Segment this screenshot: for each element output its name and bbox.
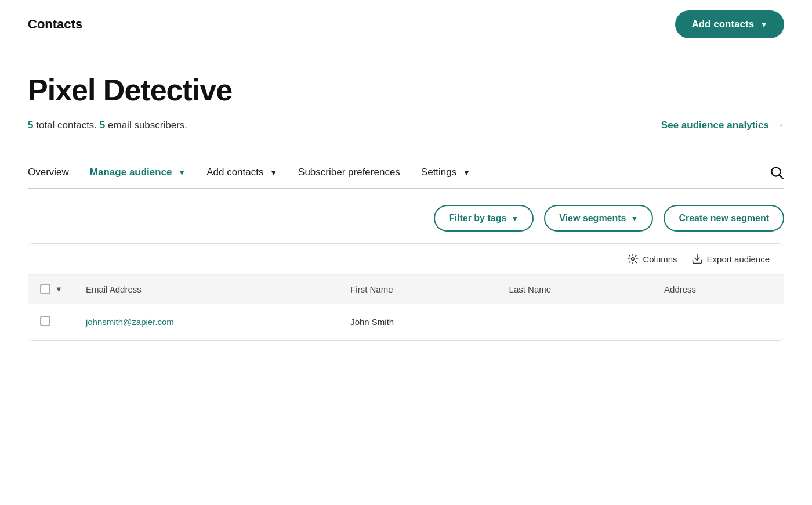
row-checkbox[interactable]	[40, 316, 50, 326]
chevron-down-icon: ▼	[511, 214, 519, 223]
contact-firstname: John Smith	[350, 317, 394, 327]
row-chevron-icon[interactable]: ▼	[55, 285, 63, 294]
col-firstname-label: First Name	[350, 284, 393, 294]
contact-email-link[interactable]: johnsmith@zapier.com	[86, 317, 174, 327]
top-header: Contacts Add contacts ▼	[0, 0, 812, 49]
view-segments-label: View segments	[559, 213, 626, 223]
row-email-cell: johnsmith@zapier.com	[74, 304, 339, 340]
tab-add-contacts[interactable]: Add contacts ▼	[206, 161, 293, 186]
view-segments-button[interactable]: View segments ▼	[544, 205, 653, 232]
export-label: Export audience	[707, 254, 770, 264]
main-content: Pixel Detective 5 total contacts. 5 emai…	[0, 49, 812, 341]
filter-tags-label: Filter by tags	[449, 213, 507, 223]
chevron-down-icon: ▼	[178, 168, 186, 177]
col-address-label: Address	[664, 284, 696, 294]
table-header-address: Address	[652, 275, 784, 304]
svg-line-1	[780, 175, 783, 179]
tab-settings-label: Settings	[421, 167, 456, 178]
row-lastname-cell	[498, 304, 653, 340]
audience-analytics-link[interactable]: See audience analytics →	[661, 119, 784, 131]
search-button[interactable]	[769, 159, 784, 188]
export-icon	[691, 253, 703, 265]
add-contacts-label: Add contacts	[691, 19, 754, 30]
analytics-label: See audience analytics	[661, 120, 769, 131]
chevron-down-icon: ▼	[760, 20, 768, 29]
select-all-checkbox[interactable]	[40, 284, 50, 294]
table-header-checkbox-col: ▼	[28, 275, 74, 304]
page-title: Contacts	[28, 17, 82, 32]
search-icon	[769, 165, 784, 180]
tab-overview-label: Overview	[28, 167, 69, 178]
create-segment-label: Create new segment	[679, 213, 769, 223]
filter-by-tags-button[interactable]: Filter by tags ▼	[434, 205, 534, 232]
columns-button[interactable]: Columns	[627, 253, 677, 265]
row-firstname-cell: John Smith	[339, 304, 497, 340]
tab-subscriber-preferences[interactable]: Subscriber preferences	[298, 161, 416, 186]
arrow-right-icon: →	[774, 119, 784, 131]
add-contacts-button[interactable]: Add contacts ▼	[675, 10, 784, 38]
stats-suffix: email subscribers.	[108, 120, 187, 131]
chevron-down-icon: ▼	[631, 214, 639, 223]
audience-name: Pixel Detective	[28, 73, 784, 107]
export-audience-button[interactable]: Export audience	[691, 253, 770, 265]
tab-overview[interactable]: Overview	[28, 161, 85, 186]
columns-icon	[627, 253, 639, 265]
table-header-lastname: Last Name	[498, 275, 653, 304]
total-contacts-count: 5	[28, 120, 33, 131]
table-header-email: Email Address	[74, 275, 339, 304]
email-subscribers-count: 5	[100, 120, 105, 131]
row-checkbox-cell	[28, 304, 74, 340]
table-toolbar: Columns Export audience	[28, 244, 784, 275]
tab-subscriber-preferences-label: Subscriber preferences	[298, 167, 400, 178]
chevron-down-icon: ▼	[463, 168, 470, 177]
contacts-table-container: Columns Export audience ▼	[28, 243, 784, 341]
col-email-label: Email Address	[86, 284, 142, 294]
chevron-down-icon: ▼	[270, 168, 277, 177]
col-lastname-label: Last Name	[509, 284, 552, 294]
svg-point-2	[632, 258, 635, 261]
contacts-table: ▼ Email Address First Name Last Name Add…	[28, 275, 784, 340]
stats-text: 5 total contacts. 5 email subscribers.	[28, 120, 187, 131]
stats-prefix: total contacts.	[36, 120, 97, 131]
tab-manage-audience-label: Manage audience	[90, 167, 172, 178]
stats-row: 5 total contacts. 5 email subscribers. S…	[28, 119, 784, 131]
table-header-firstname: First Name	[339, 275, 497, 304]
table-header-row: ▼ Email Address First Name Last Name Add…	[28, 275, 784, 304]
toolbar-row: Filter by tags ▼ View segments ▼ Create …	[28, 189, 784, 243]
table-row: johnsmith@zapier.com John Smith	[28, 304, 784, 340]
tab-manage-audience[interactable]: Manage audience ▼	[90, 161, 202, 186]
nav-tabs: Overview Manage audience ▼ Add contacts …	[28, 159, 784, 189]
row-address-cell	[652, 304, 784, 340]
create-segment-button[interactable]: Create new segment	[664, 205, 784, 232]
tab-add-contacts-label: Add contacts	[206, 167, 263, 178]
tab-settings[interactable]: Settings ▼	[421, 161, 487, 186]
columns-label: Columns	[643, 254, 677, 264]
